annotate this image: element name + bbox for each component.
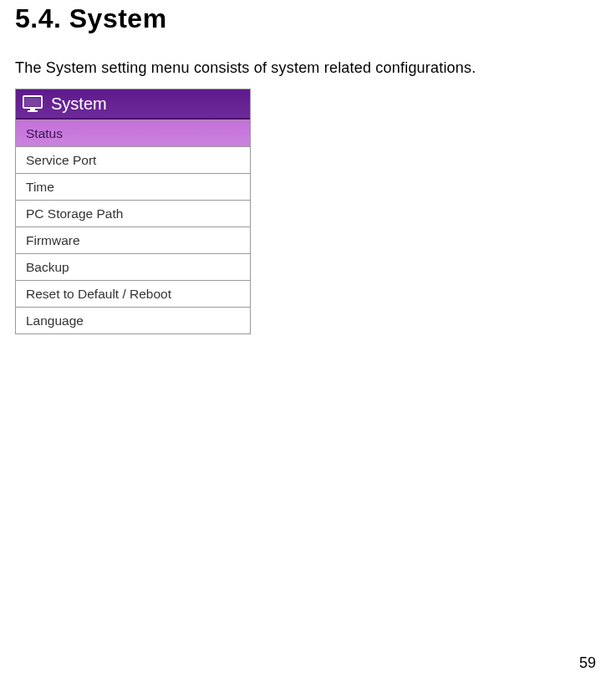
svg-rect-3 xyxy=(28,110,38,112)
menu-item-language[interactable]: Language xyxy=(16,307,250,333)
section-heading: 5.4. System xyxy=(15,0,601,59)
svg-rect-2 xyxy=(30,108,35,110)
system-menu-title: System xyxy=(51,94,107,114)
menu-item-label: Backup xyxy=(26,260,69,275)
menu-item-firmware[interactable]: Firmware xyxy=(16,226,250,253)
system-menu-header[interactable]: System xyxy=(16,89,250,120)
system-menu: System Status Service Port Time PC Stora… xyxy=(15,89,251,334)
svg-rect-1 xyxy=(25,98,40,106)
menu-item-label: Reset to Default / Reboot xyxy=(26,287,171,302)
menu-item-label: Service Port xyxy=(26,153,96,168)
menu-item-backup[interactable]: Backup xyxy=(16,253,250,280)
menu-item-label: Status xyxy=(26,126,63,141)
menu-item-status[interactable]: Status xyxy=(16,120,250,146)
section-description: The System setting menu consists of syst… xyxy=(15,59,601,89)
menu-item-reset-reboot[interactable]: Reset to Default / Reboot xyxy=(16,280,250,307)
menu-item-time[interactable]: Time xyxy=(16,173,250,200)
menu-item-label: Language xyxy=(26,313,84,328)
menu-item-label: Time xyxy=(26,180,54,195)
menu-item-label: PC Storage Path xyxy=(26,206,123,221)
monitor-icon xyxy=(23,95,43,112)
menu-item-label: Firmware xyxy=(26,233,80,248)
menu-item-service-port[interactable]: Service Port xyxy=(16,146,250,173)
menu-item-pc-storage-path[interactable]: PC Storage Path xyxy=(16,200,250,226)
page-number: 59 xyxy=(579,654,596,672)
